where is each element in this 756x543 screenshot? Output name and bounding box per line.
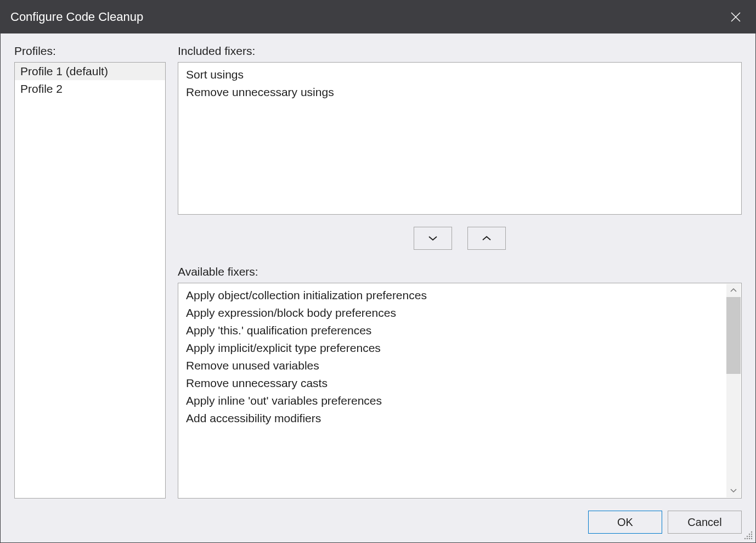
move-down-button[interactable] <box>414 227 452 250</box>
list-item[interactable]: Sort usings <box>178 66 741 83</box>
included-listbox[interactable]: Sort usings Remove unnecessary usings <box>178 62 742 215</box>
resize-grip[interactable] <box>743 530 753 540</box>
list-item[interactable]: Remove unnecessary usings <box>178 83 741 101</box>
close-button[interactable] <box>725 6 747 28</box>
chevron-down-icon <box>428 236 438 241</box>
svg-point-4 <box>751 534 752 535</box>
svg-point-8 <box>744 538 746 539</box>
list-item[interactable]: Remove unnecessary casts <box>178 374 741 392</box>
scroll-track-space[interactable] <box>726 374 741 484</box>
list-item[interactable]: Apply object/collection initialization p… <box>178 287 741 304</box>
scroll-up-button[interactable] <box>726 284 741 297</box>
svg-point-9 <box>747 538 748 539</box>
chevron-up-icon <box>482 236 492 241</box>
move-up-button[interactable] <box>467 227 506 250</box>
dialog-window: Configure Code Cleanup Profiles: Profile… <box>0 0 756 543</box>
profiles-panel: Profiles: Profile 1 (default) Profile 2 <box>14 44 166 499</box>
close-icon <box>730 12 741 23</box>
scroll-down-button[interactable] <box>726 484 741 497</box>
svg-point-3 <box>749 534 750 535</box>
list-item[interactable]: Apply expression/block body preferences <box>178 304 741 322</box>
profiles-label: Profiles: <box>14 44 166 58</box>
list-item[interactable]: Apply 'this.' qualification preferences <box>178 322 741 339</box>
chevron-up-icon <box>730 288 737 293</box>
svg-point-7 <box>751 536 752 537</box>
available-label: Available fixers: <box>178 265 742 278</box>
svg-point-6 <box>749 536 750 537</box>
profiles-listbox[interactable]: Profile 1 (default) Profile 2 <box>14 62 166 499</box>
scroll-thumb[interactable] <box>726 297 741 374</box>
chevron-down-icon <box>730 489 737 493</box>
list-item[interactable]: Add accessibility modifiers <box>178 410 741 427</box>
list-item[interactable]: Profile 1 (default) <box>15 63 165 80</box>
content-area: Profiles: Profile 1 (default) Profile 2 … <box>1 33 755 504</box>
svg-point-10 <box>749 538 750 539</box>
ok-button[interactable]: OK <box>588 511 662 534</box>
resize-grip-icon <box>743 530 753 540</box>
cancel-button[interactable]: Cancel <box>668 511 742 534</box>
svg-point-5 <box>747 536 748 537</box>
svg-point-2 <box>751 531 752 533</box>
list-item[interactable]: Profile 2 <box>15 80 165 98</box>
dialog-footer: OK Cancel <box>1 504 755 542</box>
fixers-panel: Included fixers: Sort usings Remove unne… <box>178 44 742 499</box>
available-listbox[interactable]: Apply object/collection initialization p… <box>178 283 742 499</box>
list-item[interactable]: Remove unused variables <box>178 357 741 374</box>
list-item[interactable]: Apply inline 'out' variables preferences <box>178 392 741 410</box>
list-item[interactable]: Apply implicit/explicit type preferences <box>178 339 741 357</box>
included-label: Included fixers: <box>178 44 742 58</box>
window-title: Configure Code Cleanup <box>10 10 143 24</box>
svg-point-11 <box>751 538 752 539</box>
titlebar: Configure Code Cleanup <box>1 1 755 33</box>
move-buttons-row <box>178 215 742 265</box>
scrollbar[interactable] <box>726 284 741 497</box>
